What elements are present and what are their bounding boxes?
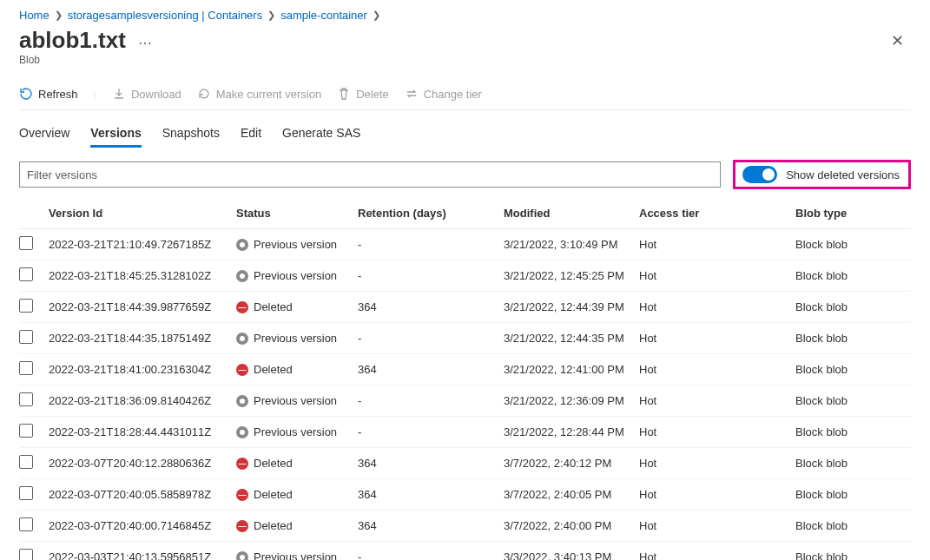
close-button[interactable]: ✕ <box>884 28 911 54</box>
cell-version-id: 2022-03-21T18:41:00.2316304Z <box>49 354 236 385</box>
row-checkbox[interactable] <box>19 330 33 344</box>
show-deleted-container: Show deleted versions <box>733 160 911 189</box>
breadcrumb-link-home[interactable]: Home <box>19 9 49 22</box>
page-title: ablob1.txt <box>19 27 126 54</box>
circle-icon <box>236 239 248 251</box>
tab-overview[interactable]: Overview <box>19 121 69 148</box>
tab-generate-sas[interactable]: Generate SAS <box>282 121 360 148</box>
versions-table: Version Id Status Retention (days) Modif… <box>19 198 911 560</box>
cell-retention: - <box>358 323 504 354</box>
table-row[interactable]: 2022-03-03T21:40:13.5956851ZPrevious ver… <box>19 542 911 561</box>
row-checkbox[interactable] <box>19 517 33 531</box>
cell-modified: 3/3/2022, 3:40:13 PM <box>504 542 639 561</box>
no-entry-icon: — <box>236 301 248 313</box>
chevron-right-icon: ❯ <box>373 10 380 21</box>
row-checkbox[interactable] <box>19 549 33 560</box>
table-row[interactable]: 2022-03-21T18:41:00.2316304Z—Deleted3643… <box>19 354 911 385</box>
cell-retention: - <box>358 229 504 260</box>
cell-status: Previous version <box>236 323 358 354</box>
cell-status: Previous version <box>236 417 358 448</box>
filter-row: Show deleted versions <box>19 160 911 189</box>
cell-access-tier: Hot <box>639 292 795 323</box>
table-row[interactable]: 2022-03-21T18:36:09.8140426ZPrevious ver… <box>19 385 911 417</box>
circle-icon <box>236 333 248 345</box>
breadcrumb-link-container[interactable]: sample-container <box>280 9 367 22</box>
table-row[interactable]: 2022-03-21T18:44:35.1875149ZPrevious ver… <box>19 323 911 354</box>
cell-status: Previous version <box>236 229 358 260</box>
table-row[interactable]: 2022-03-07T20:40:12.2880636Z—Deleted3643… <box>19 448 911 479</box>
change-tier-button: Change tier <box>405 87 482 101</box>
cell-version-id: 2022-03-07T20:40:05.5858978Z <box>49 479 236 511</box>
cell-modified: 3/21/2022, 12:45:25 PM <box>504 260 639 292</box>
table-row[interactable]: 2022-03-21T18:44:39.9877659Z—Deleted3643… <box>19 292 911 323</box>
th-modified[interactable]: Modified <box>504 198 639 229</box>
row-checkbox[interactable] <box>19 299 33 313</box>
cell-retention: - <box>358 542 504 561</box>
tab-snapshots[interactable]: Snapshots <box>162 121 220 148</box>
th-version-id[interactable]: Version Id <box>49 198 236 229</box>
table-row[interactable]: 2022-03-21T18:28:44.4431011ZPrevious ver… <box>19 417 911 448</box>
cell-status: Previous version <box>236 260 358 292</box>
cell-blob-type: Block blob <box>795 448 911 479</box>
cell-retention: 364 <box>358 354 504 385</box>
cell-blob-type: Block blob <box>795 542 911 561</box>
row-checkbox[interactable] <box>19 392 33 406</box>
cell-modified: 3/21/2022, 12:28:44 PM <box>504 417 639 448</box>
toolbar-divider: | <box>94 88 96 101</box>
cell-access-tier: Hot <box>639 323 795 354</box>
show-deleted-label: Show deleted versions <box>786 168 900 181</box>
status-label: Previous version <box>254 332 337 345</box>
cell-retention: 364 <box>358 479 504 511</box>
cell-blob-type: Block blob <box>795 292 911 323</box>
row-checkbox[interactable] <box>19 455 33 469</box>
cell-status: —Deleted <box>236 354 358 385</box>
th-blob-type[interactable]: Blob type <box>795 198 911 229</box>
filter-versions-input[interactable] <box>19 161 721 188</box>
show-deleted-toggle[interactable] <box>742 166 777 183</box>
breadcrumb-link-storage[interactable]: storagesamplesversioning | Containers <box>68 9 263 22</box>
th-status[interactable]: Status <box>236 198 358 229</box>
cell-blob-type: Block blob <box>795 511 911 542</box>
no-entry-icon: — <box>236 489 248 501</box>
row-checkbox[interactable] <box>19 361 33 375</box>
cell-access-tier: Hot <box>639 511 795 542</box>
cell-blob-type: Block blob <box>795 323 911 354</box>
row-checkbox[interactable] <box>19 267 33 281</box>
cell-version-id: 2022-03-21T18:28:44.4431011Z <box>49 417 236 448</box>
cell-retention: - <box>358 385 504 417</box>
tab-edit[interactable]: Edit <box>241 121 261 148</box>
cell-modified: 3/7/2022, 2:40:05 PM <box>504 479 639 511</box>
make-current-button: Make current version <box>197 87 321 101</box>
row-checkbox[interactable] <box>19 486 33 500</box>
cell-modified: 3/7/2022, 2:40:12 PM <box>504 448 639 479</box>
cell-access-tier: Hot <box>639 479 795 511</box>
table-row[interactable]: 2022-03-21T18:45:25.3128102ZPrevious ver… <box>19 260 911 292</box>
th-access-tier[interactable]: Access tier <box>639 198 795 229</box>
cell-retention: 364 <box>358 292 504 323</box>
table-row[interactable]: 2022-03-21T21:10:49.7267185ZPrevious ver… <box>19 229 911 260</box>
cell-modified: 3/21/2022, 12:44:35 PM <box>504 323 639 354</box>
tab-versions[interactable]: Versions <box>90 121 141 148</box>
refresh-button[interactable]: Refresh <box>19 87 78 101</box>
chevron-right-icon: ❯ <box>267 10 275 21</box>
cell-blob-type: Block blob <box>795 354 911 385</box>
circle-icon <box>236 551 248 561</box>
cell-retention: - <box>358 260 504 292</box>
refresh-icon <box>19 87 33 101</box>
no-entry-icon: — <box>236 520 248 532</box>
more-menu-button[interactable]: ⋯ <box>135 35 155 51</box>
cell-version-id: 2022-03-21T18:44:39.9877659Z <box>49 292 236 323</box>
cell-version-id: 2022-03-21T18:44:35.1875149Z <box>49 323 236 354</box>
row-checkbox[interactable] <box>19 424 33 438</box>
cell-blob-type: Block blob <box>795 479 911 511</box>
circle-icon <box>236 270 248 282</box>
cell-retention: 364 <box>358 511 504 542</box>
table-row[interactable]: 2022-03-07T20:40:00.7146845Z—Deleted3643… <box>19 511 911 542</box>
th-retention[interactable]: Retention (days) <box>358 198 504 229</box>
cell-access-tier: Hot <box>639 385 795 417</box>
table-row[interactable]: 2022-03-07T20:40:05.5858978Z—Deleted3643… <box>19 479 911 511</box>
breadcrumb: Home ❯ storagesamplesversioning | Contai… <box>19 9 911 22</box>
row-checkbox[interactable] <box>19 236 33 250</box>
cell-status: Previous version <box>236 385 358 417</box>
delete-label: Delete <box>356 88 389 101</box>
